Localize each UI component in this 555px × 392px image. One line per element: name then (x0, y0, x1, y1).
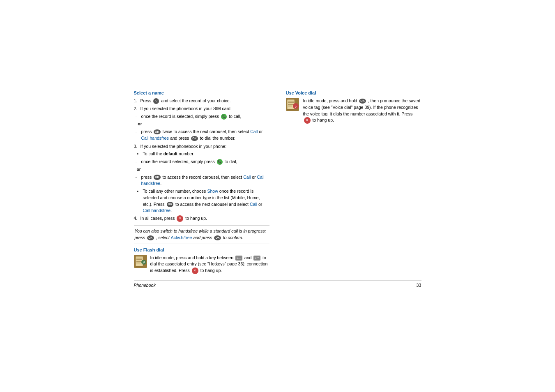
footer-right: 33 (416, 283, 421, 288)
show-link: Show (207, 189, 218, 194)
step-2: 2. If you selected the phonebook in your… (134, 106, 269, 112)
sim-step-2-text: press OK twice to access the next carous… (141, 129, 269, 142)
step-2-text: If you selected the phonebook in your SI… (140, 106, 232, 112)
sim-step-1: - once the record is selected, simply pr… (134, 113, 269, 120)
ok-icon-1: OK (154, 129, 161, 135)
step-3: 3. If you selected the phonebook in your… (134, 143, 269, 150)
bullet-1-text: To call the default number: (143, 151, 195, 157)
italic-box: You can also switch to handsfree while a… (134, 225, 269, 244)
call-link-1: Call (250, 129, 258, 134)
svg-rect-5 (136, 263, 140, 263)
call-handsfree-link-3: Call handsfree (143, 208, 171, 213)
hang-up-icon-1: ✕ (177, 215, 183, 222)
key2-icon: 2— (235, 256, 242, 261)
right-column: Use Voice dial ♪ In idle mode, (286, 90, 421, 274)
activh-link: Activ.h/free (171, 235, 192, 240)
phone-step-2: - press OK to access the record carousel… (134, 174, 269, 187)
call-link-3: Call (250, 202, 257, 207)
ok-icon-4: OK (167, 202, 174, 207)
phone-step-1: - once the record selected, simply press… (134, 159, 269, 165)
hang-up-icon-3: ✕ (304, 117, 311, 124)
bullet-2: • To call any other number, choose Show … (134, 188, 269, 214)
call-handsfree-link-1: Call handsfree (141, 136, 169, 141)
svg-text:♪: ♪ (295, 104, 297, 108)
svg-rect-3 (136, 259, 142, 260)
flash-dial-section: Use Flash dial ↗ (134, 247, 269, 274)
voice-dial-icon: ♪ (286, 98, 299, 111)
flash-dial-icon: ↗ (134, 255, 147, 268)
step-3-text: If you selected the phonebook in your ph… (140, 143, 227, 150)
step-4-num: 4. (134, 215, 140, 222)
bullet-2-text: To call any other number, choose Show on… (143, 188, 269, 214)
ok-icon-3: OK (154, 175, 161, 180)
page-content: Select a name 1. Press ▽ and select the … (134, 82, 421, 296)
call-link-2: Call (243, 175, 251, 180)
step-1: 1. Press ▽ and select the record of your… (134, 98, 269, 104)
call-icon-2: 📞 (217, 159, 223, 165)
step-4: 4. In all cases, press ✕ to hang up. (134, 215, 269, 222)
flash-dial-title: Use Flash dial (134, 247, 269, 252)
svg-rect-10 (288, 101, 294, 101)
step-1-text: Press ▽ and select the record of your ch… (140, 98, 231, 104)
svg-text:↗: ↗ (142, 261, 145, 265)
phone-step-2-text: press OK to access the record carousel, … (141, 174, 269, 187)
dash-3: - (136, 159, 141, 165)
voice-dial-inner: ♪ In idle mode, press and hold OK , then… (286, 98, 421, 124)
or-2: or (134, 166, 269, 173)
ok-icon-6: OK (214, 235, 221, 241)
voice-dial-text: In idle mode, press and hold OK , then p… (303, 98, 421, 124)
dash-4: - (136, 174, 141, 187)
default-bold: default (164, 151, 177, 156)
bullet-1: • To call the default number: (134, 151, 269, 157)
step-4-text: In all cases, press ✕ to hang up. (140, 215, 207, 222)
hang-up-icon-2: ✕ (192, 267, 198, 274)
svg-rect-13 (288, 106, 292, 106)
step-3-num: 3. (134, 143, 140, 150)
or-1: or (134, 121, 269, 127)
italic-box-text: You can also switch to handsfree while a… (135, 228, 266, 240)
ok-icon-voice: OK (359, 99, 366, 104)
dash-2: - (136, 129, 141, 142)
svg-rect-11 (288, 102, 294, 103)
svg-rect-4 (136, 261, 142, 262)
page-container: Select a name 1. Press ▽ and select the … (0, 0, 555, 392)
footer-bar: Phonebook 33 (134, 281, 421, 288)
step-1-num: 1. (134, 98, 140, 104)
bullet-sym-1: • (137, 151, 143, 157)
select-name-title: Select a name (134, 90, 269, 95)
left-body: 1. Press ▽ and select the record of your… (134, 98, 269, 222)
two-column-layout: Select a name 1. Press ▽ and select the … (134, 90, 421, 274)
nav-icon: ▽ (153, 98, 159, 104)
svg-rect-2 (136, 258, 142, 258)
voice-dial-title: Use Voice dial (286, 90, 421, 95)
flash-dial-text: In idle mode, press and hold a key betwe… (150, 255, 269, 274)
call-icon-1: 📞 (221, 114, 227, 120)
left-column: Select a name 1. Press ▽ and select the … (134, 90, 269, 274)
bullet-sym-2: • (137, 188, 143, 214)
ok-icon-5: OK (147, 235, 154, 241)
phone-step-1-text: once the record selected, simply press 📞… (141, 159, 237, 165)
svg-rect-12 (288, 104, 294, 105)
footer-left: Phonebook (134, 283, 156, 288)
ok-icon-2: OK (191, 136, 198, 141)
step-2-num: 2. (134, 106, 140, 112)
dash-1: - (136, 113, 141, 120)
sim-step-1-text: once the record is selected, simply pres… (141, 113, 242, 120)
flash-dial-inner: ↗ In idle mode, press and hold a key bet… (134, 255, 269, 274)
sim-step-2: - press OK twice to access the next caro… (134, 129, 269, 142)
key9-icon: 9™ (253, 256, 260, 261)
